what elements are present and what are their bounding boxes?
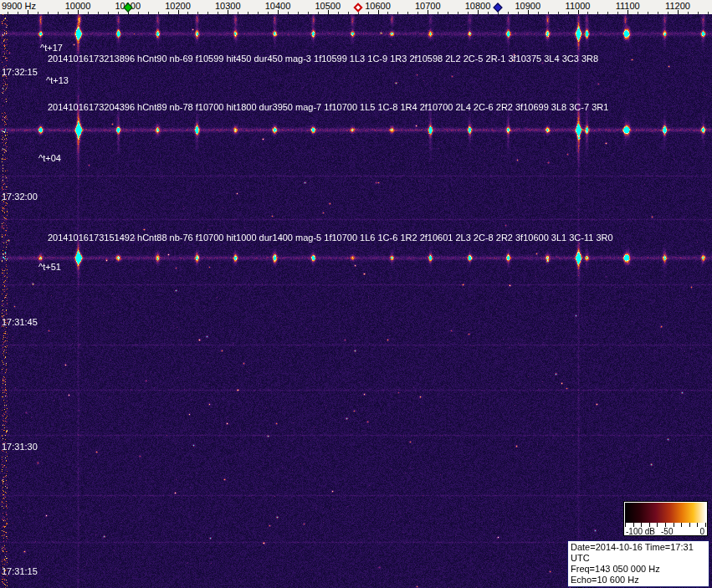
meteor-spectrogram-app: 9900 Hz100001010010200103001040010500106… bbox=[0, 0, 712, 588]
freq-tick bbox=[417, 12, 418, 14]
freq-tick bbox=[18, 12, 18, 14]
freq-tick bbox=[528, 10, 529, 14]
waterfall-spectrogram[interactable] bbox=[0, 14, 712, 588]
freq-tick bbox=[548, 12, 549, 14]
freq-tick bbox=[617, 12, 618, 14]
freq-tick bbox=[597, 12, 598, 14]
freq-tick bbox=[8, 12, 8, 14]
freq-tick bbox=[468, 12, 469, 14]
freq-tick bbox=[407, 12, 408, 14]
freq-tick bbox=[28, 10, 28, 14]
freq-tick bbox=[158, 12, 159, 14]
freq-tick bbox=[48, 12, 49, 14]
colorbar-min-label: -100 dB bbox=[626, 527, 655, 536]
freq-tick bbox=[298, 12, 299, 14]
freq-tick bbox=[488, 12, 489, 14]
freq-tick bbox=[258, 12, 259, 14]
colorbar-labels: -100 dB -50 0 bbox=[624, 527, 707, 536]
freq-tick bbox=[338, 12, 339, 14]
freq-tick bbox=[627, 10, 628, 14]
freq-tick bbox=[368, 12, 369, 14]
freq-tick bbox=[78, 10, 79, 14]
freq-tick bbox=[238, 12, 238, 14]
colorbar-max-label: 0 bbox=[699, 527, 704, 536]
freq-tick bbox=[638, 12, 638, 14]
freq-tick bbox=[218, 12, 218, 14]
info-echo-frequency: Echo=10 600 Hz bbox=[571, 575, 706, 585]
freq-tick bbox=[708, 12, 709, 14]
freq-tick bbox=[68, 12, 69, 14]
freq-tick bbox=[518, 12, 519, 14]
freq-tick bbox=[38, 12, 38, 14]
freq-tick bbox=[187, 12, 188, 14]
freq-tick bbox=[587, 12, 588, 14]
colorbar-legend: -100 dB -50 0 bbox=[623, 501, 708, 536]
freq-tick bbox=[207, 12, 208, 14]
freq-tick bbox=[568, 12, 569, 14]
freq-tick bbox=[248, 12, 248, 14]
freq-marker-red-diamond-icon[interactable] bbox=[353, 3, 362, 12]
freq-tick bbox=[378, 10, 379, 14]
freq-tick bbox=[178, 10, 179, 14]
freq-tick bbox=[438, 12, 438, 14]
freq-tick bbox=[197, 12, 198, 14]
freq-tick bbox=[108, 12, 109, 14]
freq-tick bbox=[558, 12, 559, 14]
freq-tick bbox=[88, 12, 89, 14]
freq-tick-label: 9900 Hz bbox=[2, 1, 36, 11]
freq-tick bbox=[168, 12, 169, 14]
freq-tick bbox=[328, 10, 329, 14]
freq-tick bbox=[648, 12, 648, 14]
freq-tick bbox=[607, 12, 608, 14]
freq-tick bbox=[308, 12, 309, 14]
freq-tick bbox=[387, 12, 388, 14]
freq-tick bbox=[148, 12, 149, 14]
colorbar-gradient bbox=[625, 503, 706, 523]
freq-tick bbox=[688, 12, 689, 14]
freq-tick bbox=[288, 12, 289, 14]
freq-tick bbox=[58, 12, 59, 14]
freq-tick bbox=[668, 12, 668, 14]
info-frequency: Freq=143 050 000 Hz bbox=[571, 564, 706, 575]
freq-tick bbox=[658, 12, 658, 14]
freq-tick bbox=[98, 12, 99, 14]
freq-tick bbox=[698, 12, 699, 14]
freq-marker-blue-diamond-icon[interactable] bbox=[493, 3, 502, 12]
freq-tick bbox=[397, 12, 398, 14]
freq-tick bbox=[508, 12, 509, 14]
freq-tick bbox=[578, 10, 579, 14]
colorbar-mid-label: -50 bbox=[661, 527, 673, 536]
freq-tick bbox=[448, 12, 448, 14]
freq-tick bbox=[678, 10, 679, 14]
freq-tick bbox=[228, 10, 228, 14]
freq-tick bbox=[458, 12, 458, 14]
freq-tick bbox=[428, 10, 428, 14]
freq-tick bbox=[268, 12, 269, 14]
frequency-axis: 9900 Hz100001010010200103001040010500106… bbox=[0, 0, 712, 14]
info-date-time: Date=2014-10-16 Time=17:31 UTC bbox=[571, 542, 706, 564]
freq-tick bbox=[478, 10, 479, 14]
freq-tick bbox=[348, 12, 349, 14]
freq-tick bbox=[138, 12, 139, 14]
freq-tick bbox=[538, 12, 539, 14]
status-info-box: Date=2014-10-16 Time=17:31 UTC Freq=143 … bbox=[567, 540, 709, 587]
freq-tick bbox=[318, 12, 319, 14]
freq-tick bbox=[278, 10, 279, 14]
freq-tick bbox=[118, 12, 119, 14]
